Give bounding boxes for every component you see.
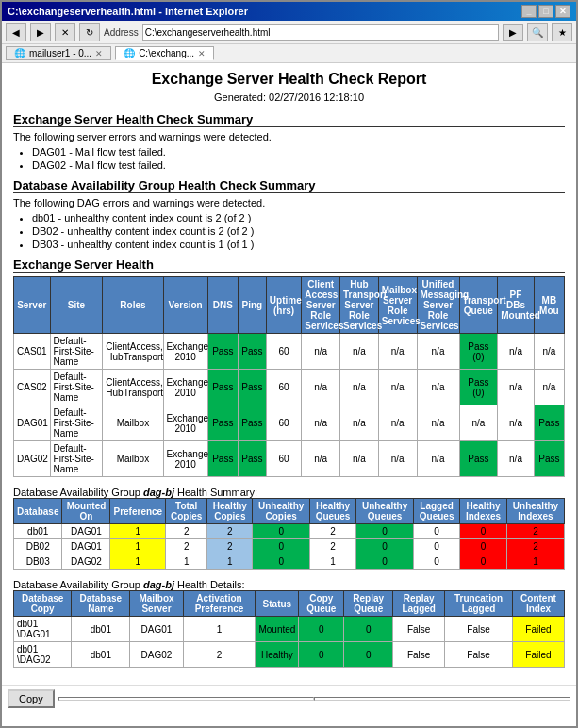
th-preference: Preference (110, 499, 166, 524)
dag-summary-table: Database Mounted On Preference Total Cop… (13, 498, 565, 570)
dag-bullet-1: db01 - unhealthy content index count is … (32, 212, 565, 223)
bottom-bar: Copy (2, 685, 576, 712)
cell-status: Mounted (256, 617, 299, 642)
th-activation-pref: Activation Preference (183, 591, 256, 617)
cell-mounted: DAG02 (62, 554, 110, 570)
exchange-health-title: Exchange Server Health (13, 257, 565, 273)
cell-healthy-indexes: 0 (460, 524, 507, 539)
stop-button[interactable]: ✕ (55, 23, 75, 41)
cell-roles: Mailbox (103, 441, 163, 477)
cell-version: Exchange 2010 (163, 441, 207, 477)
cell-unhealthy-queues: 0 (356, 539, 414, 554)
th-roles: Roles (103, 277, 163, 334)
cell-ping: Pass (238, 370, 266, 405)
cell-server: CAS01 (14, 334, 51, 370)
cell-dns: Pass (207, 334, 238, 370)
cell-healthy-copies: 1 (207, 554, 253, 570)
cell-dns: Pass (207, 405, 238, 441)
cell-unhealthy-indexes: 1 (506, 554, 564, 570)
cell-site: Default-First-Site-Name (50, 334, 103, 370)
th-mounted-on: Mounted On (62, 499, 110, 524)
cell-um: n/a (417, 370, 459, 405)
cell-hub: n/a (340, 441, 379, 477)
search-button[interactable]: 🔍 (527, 23, 548, 41)
th-replay-lagged: Replay Lagged (393, 591, 445, 617)
cell-site: Default-First-Site-Name (50, 441, 103, 477)
summary-bullet-2: DAG02 - Mail flow test failed. (32, 159, 565, 171)
address-input[interactable] (142, 24, 499, 41)
cell-dns: Pass (207, 370, 238, 405)
cell-replay-lagged: False (393, 642, 445, 668)
cell-unhealthy-copies: 0 (253, 554, 309, 570)
go-button[interactable]: ▶ (503, 24, 523, 41)
exchange-health-table: Server Site Roles Version DNS Ping Uptim… (13, 276, 565, 477)
generated-date: Generated: 02/27/2016 12:18:10 (13, 91, 565, 103)
cell-pfdb: n/a (498, 370, 535, 405)
cell-replay-queue: 0 (344, 642, 393, 668)
cell-unhealthy-queues: 0 (356, 524, 414, 539)
favorites-button[interactable]: ★ (552, 23, 572, 41)
th-unhealthy-copies: Unhealthy Copies (253, 499, 309, 524)
cell-copy: db01 \DAG01 (14, 617, 72, 642)
status-section-2 (314, 697, 570, 701)
close-button[interactable]: ✕ (555, 5, 570, 18)
cell-copy-queue: 0 (299, 617, 344, 642)
dag-detail-name-label: dag-bj (143, 579, 174, 590)
table-row: db01 \DAG01 db01 DAG01 1 Mounted 0 0 Fal… (14, 617, 565, 642)
cell-activation-pref: 2 (183, 642, 256, 668)
th-server: Server (14, 277, 51, 334)
address-label: Address (104, 27, 139, 38)
cell-server: DAG01 (14, 405, 51, 441)
cell-mounted: DAG01 (62, 539, 110, 554)
cell-version: Exchange 2010 (163, 334, 207, 370)
cell-db: DB02 (14, 539, 62, 554)
cell-unhealthy-indexes: 2 (506, 539, 564, 554)
tab-2[interactable]: 🌐 C:\exchang... ✕ (115, 46, 214, 60)
cell-truncation-lagged: False (445, 642, 513, 668)
refresh-button[interactable]: ↻ (79, 23, 100, 41)
th-status: Status (256, 591, 299, 617)
cell-replay-queue: 0 (344, 617, 393, 642)
minimize-button[interactable]: _ (521, 5, 537, 18)
maximize-button[interactable]: □ (538, 5, 553, 18)
forward-button[interactable]: ▶ (30, 23, 51, 41)
th-site: Site (50, 277, 103, 334)
window-title: C:\exchangeserverhealth.html - Internet … (8, 6, 248, 17)
th-healthy-copies: Healthy Copies (207, 499, 253, 524)
dag-name-label: dag-bj (143, 487, 174, 498)
th-unhealthy-queues: Unhealthy Queues (356, 499, 414, 524)
cell-mailbox-server: DAG02 (130, 642, 183, 668)
cell-healthy-indexes: 0 (460, 554, 507, 570)
cell-site: Default-First-Site-Name (50, 370, 103, 405)
cell-unhealthy-copies: 0 (253, 524, 309, 539)
th-mailbox: Mailbox Server Role Services (378, 277, 417, 334)
cell-mb: n/a (534, 334, 564, 370)
th-version: Version (163, 277, 207, 334)
cell-db: db01 (14, 524, 62, 539)
tab-1[interactable]: 🌐 mailuser1 - 0... ✕ (6, 46, 111, 60)
dag-summary-title: Database Availability Group Health Check… (13, 178, 565, 193)
table-row: DB02 DAG01 1 2 2 0 2 0 0 0 2 (14, 539, 565, 554)
cell-healthy-copies: 2 (207, 524, 253, 539)
copy-button[interactable]: Copy (8, 689, 55, 708)
cell-mailbox-server: DAG01 (130, 617, 183, 642)
cell-pref: 1 (110, 524, 166, 539)
cell-roles: ClientAccess, HubTransport (103, 370, 163, 405)
cell-server: DAG02 (14, 441, 51, 477)
cell-site: Default-First-Site-Name (50, 405, 103, 441)
window-controls: _ □ ✕ (521, 5, 570, 18)
tab-2-close[interactable]: ✕ (198, 49, 206, 58)
th-copy-queue: Copy Queue (299, 591, 344, 617)
cell-transport: Pass (459, 441, 498, 477)
cell-mailbox: n/a (378, 334, 417, 370)
cell-um: n/a (417, 334, 459, 370)
back-button[interactable]: ◀ (6, 23, 26, 41)
tab-2-icon: 🌐 (124, 48, 135, 58)
th-mailbox-server: Mailbox Server (130, 591, 183, 617)
cell-uptime: 60 (266, 405, 302, 441)
cell-transport: Pass (0) (459, 370, 498, 405)
cell-mb: n/a (534, 370, 564, 405)
tab-1-close[interactable]: ✕ (95, 49, 103, 58)
th-db-name: Database Name (72, 591, 130, 617)
tabs-bar: 🌐 mailuser1 - 0... ✕ 🌐 C:\exchang... ✕ (2, 44, 576, 63)
